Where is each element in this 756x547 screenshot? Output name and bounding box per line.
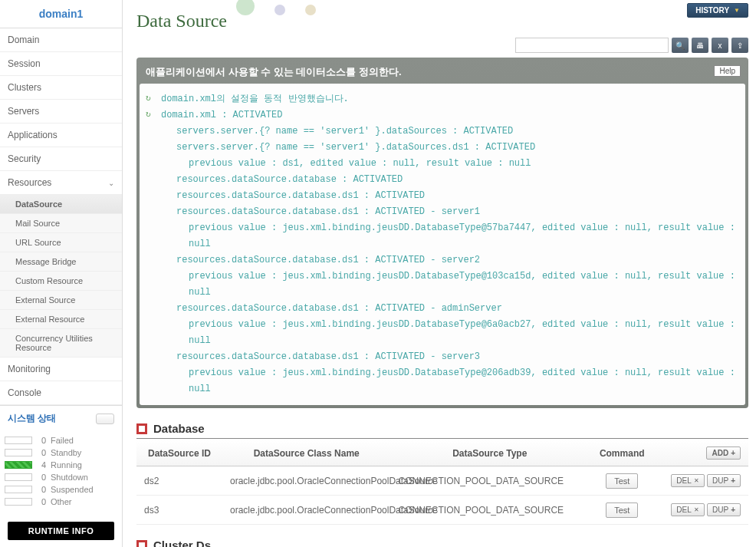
cell-class: oracle.jdbc.pool.OracleConnectionPoolDat…: [222, 496, 391, 525]
nav-item-clusters[interactable]: Clusters: [0, 76, 122, 100]
col-actions: ADD: [655, 440, 748, 466]
subnav-concurrency-utilities-resource[interactable]: Concurrency Utilities Resource: [0, 329, 122, 358]
status-bar: [5, 486, 32, 493]
cell-class: oracle.jdbc.pool.OracleConnectionPoolDat…: [222, 466, 391, 496]
message-header: 애플리케이션에서 사용할 수 있는 데이터소스를 정의한다.: [140, 61, 745, 84]
status-count: 0: [37, 448, 46, 457]
status-label: Failed: [51, 436, 74, 445]
status-label: Other: [51, 497, 72, 506]
message-line: previous value : jeus.xml.binding.jeusDD…: [146, 220, 739, 252]
status-label: Suspended: [51, 485, 94, 494]
cluster-ds-title: Cluster Ds: [153, 539, 211, 547]
message-line: previous value : jeus.xml.binding.jeusDD…: [146, 317, 739, 349]
table-row[interactable]: ds2oracle.jdbc.pool.OracleConnectionPool…: [136, 466, 748, 496]
system-status-title: 시스템 상태: [8, 412, 56, 425]
subnav-external-source[interactable]: External Source: [0, 291, 122, 310]
help-button[interactable]: Help: [714, 65, 741, 77]
status-row-shutdown: 0Shutdown: [5, 471, 117, 483]
message-line: resources.dataSource.database.ds1 : ACTI…: [146, 301, 739, 317]
message-line: resources.dataSource.database.ds1 : ACTI…: [146, 349, 739, 365]
export-icon[interactable]: ⇪: [731, 38, 748, 53]
message-line: resources.dataSource.database.ds1 : ACTI…: [146, 188, 739, 204]
subnav-url-source[interactable]: URL Source: [0, 233, 122, 252]
status-bar: [5, 449, 32, 456]
message-line: previous value : jeus.xml.binding.jeusDD…: [146, 365, 739, 397]
message-panel: 애플리케이션에서 사용할 수 있는 데이터소스를 정의한다. Help ↻dom…: [136, 58, 748, 408]
database-table: DataSource ID DataSource Class Name Data…: [136, 440, 748, 525]
status-count: 0: [37, 436, 46, 445]
status-bar: [5, 498, 32, 506]
domain-title[interactable]: domain1: [0, 0, 122, 28]
status-label: Shutdown: [51, 473, 88, 482]
nav-item-applications[interactable]: Applications: [0, 124, 122, 147]
message-line: previous value : ds1, edited value : nul…: [146, 156, 739, 172]
subnav-message-bridge[interactable]: Message Bridge: [0, 252, 122, 272]
message-line: previous value : jeus.xml.binding.jeusDD…: [146, 269, 739, 301]
delete-button[interactable]: DEL: [671, 474, 704, 487]
duplicate-button[interactable]: DUP: [707, 474, 741, 487]
status-toggle[interactable]: [96, 414, 114, 424]
main-content: HISTORY ▼ Data Source 🔍 🖶 x ⇪ 애플리케이션에서 사…: [123, 0, 756, 547]
nav-item-monitoring[interactable]: Monitoring: [0, 358, 122, 381]
message-body: ↻domain.xml의 설정을 동적 반영했습니다.↻domain.xml :…: [140, 84, 745, 405]
system-status-header: 시스템 상태: [0, 405, 122, 431]
reload-icon: ↻: [146, 91, 156, 107]
status-row-suspended: 0Suspended: [5, 483, 117, 496]
message-line: ↻domain.xml의 설정을 동적 반영했습니다.: [146, 91, 739, 107]
message-line: servers.server.{? name == 'server1' }.da…: [146, 140, 739, 156]
cell-id: ds2: [136, 466, 222, 496]
status-bar: [5, 461, 32, 469]
nav-item-security[interactable]: Security: [0, 147, 122, 171]
col-id: DataSource ID: [136, 440, 222, 466]
section-icon: [136, 423, 147, 434]
status-row-other: 0Other: [5, 496, 117, 508]
status-label: Running: [51, 460, 82, 470]
nav-resources[interactable]: Resources ⌄: [0, 171, 122, 195]
message-line: resources.dataSource.database.ds1 : ACTI…: [146, 252, 739, 269]
message-line: servers.server.{? name == 'server1' }.da…: [146, 124, 739, 140]
status-bar: [5, 473, 32, 481]
status-count: 4: [37, 460, 46, 470]
nav-item-console[interactable]: Console: [0, 381, 122, 405]
cluster-ds-section: Cluster Ds DataSource ID Export Name ADD…: [136, 539, 748, 547]
test-button[interactable]: Test: [606, 503, 638, 518]
search-icon[interactable]: 🔍: [672, 38, 689, 53]
col-command: Command: [589, 440, 655, 466]
nav-item-domain[interactable]: Domain: [0, 28, 122, 52]
cell-id: ds3: [136, 496, 222, 525]
status-row-failed: 0Failed: [5, 434, 117, 446]
subnav-external-resource[interactable]: External Resource: [0, 310, 122, 329]
status-list: 0Failed0Standby4Running0Shutdown0Suspend…: [0, 431, 122, 516]
duplicate-button[interactable]: DUP: [707, 503, 741, 516]
subnav-mail-source[interactable]: Mail Source: [0, 214, 122, 233]
search-input[interactable]: [515, 38, 669, 53]
chevron-down-icon: ⌄: [108, 179, 114, 187]
table-row[interactable]: ds3oracle.jdbc.pool.OracleConnectionPool…: [136, 496, 748, 525]
status-count: 0: [37, 497, 46, 506]
message-line: ↻domain.xml : ACTIVATED: [146, 107, 739, 124]
reload-icon: ↻: [146, 107, 156, 124]
col-type: DataSource Type: [390, 440, 589, 466]
delete-button[interactable]: DEL: [671, 503, 704, 516]
page-title: Data Source: [136, 0, 748, 38]
subnav-datasource[interactable]: DataSource: [0, 195, 122, 214]
database-section: Database DataSource ID DataSource Class …: [136, 422, 748, 525]
subnav-custom-resource[interactable]: Custom Resource: [0, 272, 122, 291]
database-title: Database: [153, 422, 205, 435]
runtime-info-button[interactable]: RUNTIME INFO: [8, 522, 114, 540]
section-icon: [136, 540, 147, 548]
cell-type: CONNECTION_POOL_DATA_SOURCE: [390, 466, 589, 496]
status-count: 0: [37, 473, 46, 482]
nav-item-servers[interactable]: Servers: [0, 100, 122, 124]
xml-icon[interactable]: x: [712, 38, 728, 53]
nav-resources-label: Resources: [8, 177, 51, 188]
test-button[interactable]: Test: [606, 473, 638, 489]
message-line: resources.dataSource.database : ACTIVATE…: [146, 172, 739, 188]
status-count: 0: [37, 485, 46, 494]
status-row-standby: 0Standby: [5, 446, 117, 459]
print-icon[interactable]: 🖶: [692, 38, 708, 53]
col-class: DataSource Class Name: [222, 440, 391, 466]
search-toolbar: 🔍 🖶 x ⇪: [136, 38, 748, 53]
nav-item-session[interactable]: Session: [0, 52, 122, 76]
add-button[interactable]: ADD: [706, 446, 741, 460]
